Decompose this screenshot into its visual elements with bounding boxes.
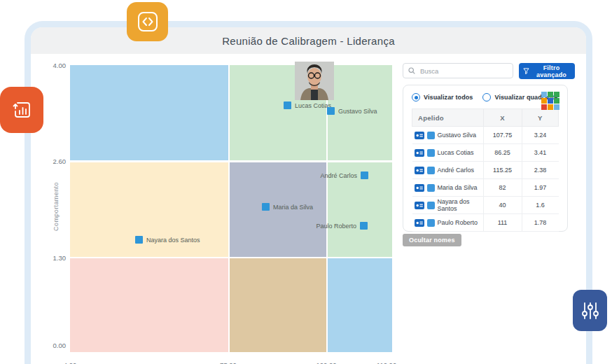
point-marker[interactable]: [262, 203, 270, 211]
person-name: Nayara dos Santos: [438, 198, 482, 212]
y-value: 3.41: [522, 144, 559, 162]
person-name: Maria da Silva: [438, 184, 478, 191]
quadrant-cell: [230, 258, 326, 352]
id-card-icon: [415, 167, 424, 174]
quadrant-color-icon: [427, 219, 435, 227]
y-value: 1.6: [522, 197, 559, 214]
chart-point[interactable]: Nayara dos Santos: [135, 236, 200, 244]
radio-selected-icon[interactable]: [412, 93, 420, 102]
y-value: 1.78: [522, 214, 559, 232]
filter-icon: [523, 68, 529, 74]
x-tick: 4.00: [64, 361, 77, 364]
point-marker[interactable]: [361, 172, 368, 179]
radio-unselected-icon[interactable]: [482, 93, 491, 102]
quadrant-color-icon: [427, 184, 435, 192]
table-row[interactable]: Gustavo Silva 107.75 3.24: [412, 127, 559, 144]
point-marker[interactable]: [327, 107, 335, 115]
id-card-icon: [415, 132, 424, 139]
sliders-icon: [580, 300, 600, 322]
x-value: 82: [483, 179, 522, 197]
id-card-icon: [415, 219, 424, 227]
point-label: Gustavo Silva: [338, 108, 377, 115]
hide-names-button[interactable]: Ocultar nomes: [403, 234, 461, 246]
chart-point[interactable]: Maria da Silva: [262, 203, 313, 211]
x-tick: 100.00: [316, 361, 336, 364]
quadrant-color-icon: [427, 132, 435, 139]
id-card-icon: [415, 149, 424, 157]
point-marker[interactable]: [135, 236, 143, 244]
quadrant-cell: [328, 258, 392, 352]
bar-chart-upload-icon: [11, 99, 33, 121]
id-card-icon: [415, 184, 424, 192]
table-row[interactable]: Lucas Cotias 86.25 3.41: [412, 144, 559, 162]
search-icon: [408, 67, 415, 74]
col-apelido: Apelido: [412, 109, 484, 127]
point-label: Nayara dos Santos: [146, 237, 200, 244]
y-value: 2.38: [522, 162, 559, 179]
advanced-filter-button[interactable]: Filtro avançado: [519, 63, 575, 79]
y-axis-label: Comportamento: [53, 164, 60, 248]
people-panel: Visualizar todos Visualizar quadrante Ap…: [403, 85, 568, 232]
col-y: Y: [522, 109, 559, 127]
point-label: Paulo Roberto: [316, 223, 356, 230]
radio-visualizar-todos[interactable]: Visualizar todos: [412, 93, 473, 102]
people-table: Apelido X Y Gustavo Silva 107.75 3.24 Lu…: [412, 108, 559, 232]
person-name: André Carlos: [438, 167, 475, 174]
point-label: André Carlos: [320, 172, 357, 179]
person-name: Gustavo Silva: [438, 132, 477, 139]
code-brackets-icon: [137, 11, 158, 32]
table-row[interactable]: Nayara dos Santos 40 1.6: [412, 197, 559, 214]
x-tick: 75.00: [220, 361, 237, 364]
x-value: 111: [483, 214, 522, 232]
card-header: Reunião de Calibragem - Liderança: [31, 27, 586, 54]
x-value: 107.75: [483, 127, 522, 144]
table-header-row: Apelido X Y: [412, 109, 559, 127]
y-tick: 2.60: [42, 158, 66, 165]
page-title: Reunião de Calibragem - Liderança: [222, 35, 395, 47]
y-tick: 1.30: [42, 254, 66, 262]
person-name: Lucas Cotias: [438, 149, 474, 156]
x-value: 115.25: [483, 162, 522, 179]
chart-point[interactable]: Gustavo Silva: [327, 107, 377, 115]
y-value: 1.97: [522, 179, 559, 197]
x-value: 86.25: [483, 144, 522, 162]
y-tick: 4.00: [42, 62, 66, 69]
avatar-photo: [295, 62, 334, 100]
quadrant-color-icon: [427, 149, 435, 157]
y-tick: 0.00: [42, 342, 66, 349]
code-fab-button[interactable]: [127, 2, 168, 41]
quadrant-grid-icon[interactable]: [541, 92, 559, 110]
chart-point[interactable]: André Carlos: [320, 172, 368, 179]
id-card-icon: [415, 202, 424, 209]
point-marker[interactable]: [284, 102, 291, 109]
quadrant-cell: [70, 65, 228, 160]
x-tick: 110.00: [377, 361, 396, 364]
col-x: X: [483, 109, 522, 127]
point-label: Lucas Cotias: [295, 102, 331, 109]
table-row[interactable]: André Carlos 115.25 2.38: [412, 162, 559, 179]
table-row[interactable]: Maria da Silva 82 1.97: [412, 179, 559, 197]
sliders-fab-button[interactable]: [573, 290, 607, 331]
chart-point[interactable]: Lucas Cotias: [284, 102, 331, 109]
y-value: 3.24: [522, 127, 559, 144]
point-marker[interactable]: [360, 222, 368, 230]
view-options: Visualizar todos Visualizar quadrante: [412, 93, 559, 102]
search-box[interactable]: [403, 63, 513, 78]
table-row[interactable]: Paulo Roberto 111 1.78: [412, 214, 559, 232]
x-value: 40: [483, 197, 522, 214]
person-name: Paulo Roberto: [438, 219, 478, 226]
calibration-meeting-screen: Reunião de Calibragem - Liderança Compor…: [0, 0, 612, 364]
search-input[interactable]: [419, 66, 508, 76]
quadrant-color-icon: [427, 167, 435, 174]
chart-upload-fab-button[interactable]: [0, 87, 43, 133]
quadrant-color-icon: [427, 202, 435, 209]
quadrant-cell: [70, 258, 228, 352]
point-label: Maria da Silva: [273, 204, 313, 211]
chart-point[interactable]: Paulo Roberto: [316, 222, 368, 230]
